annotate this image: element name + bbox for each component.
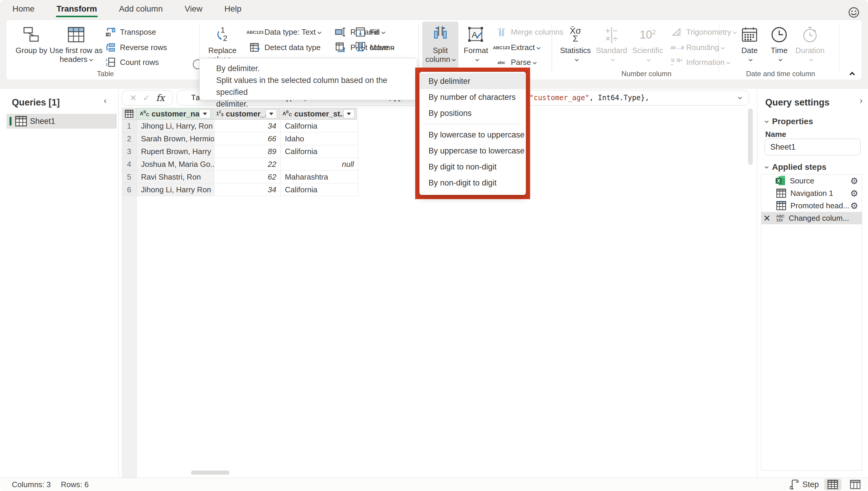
- duration-button[interactable]: Duration: [794, 22, 827, 70]
- rounding-button[interactable]: .00→.0 Rounding: [671, 41, 724, 54]
- properties-section-header[interactable]: Properties: [765, 117, 813, 126]
- cell-customer-name[interactable]: Jihong Li, Harry, Ron: [137, 120, 214, 133]
- menu-item-by-delimiter[interactable]: By delimiter: [420, 73, 526, 89]
- merge-columns-button[interactable]: Merge columns: [495, 26, 564, 38]
- menu-item-by-lowercase-to-uppercase[interactable]: By lowercase to uppercase: [420, 127, 526, 143]
- table-view-button[interactable]: [824, 479, 841, 490]
- detect-data-type-button[interactable]: ? Detect data type: [249, 41, 320, 54]
- format-button[interactable]: A Format: [461, 22, 491, 70]
- feedback-smiley-icon[interactable]: [848, 6, 860, 18]
- group-by-button[interactable]: Group by: [15, 22, 48, 70]
- cell-customer-age[interactable]: 66: [214, 133, 281, 145]
- standard-label: Standard: [596, 46, 627, 55]
- replace-values-label-1: Replace: [208, 46, 236, 55]
- statistics-button[interactable]: X̄σΣ Statistics: [558, 22, 593, 70]
- horizontal-scrollbar[interactable]: [191, 470, 229, 475]
- select-all-corner-button[interactable]: [122, 108, 137, 120]
- menu-view[interactable]: View: [184, 1, 203, 18]
- cell-customer-name[interactable]: Joshua M, Maria Go...: [137, 158, 214, 171]
- cell-customer-age[interactable]: 34: [214, 183, 281, 196]
- gear-icon[interactable]: ⚙: [850, 188, 858, 199]
- menu-item-by-number-of-characters[interactable]: By number of characters: [420, 89, 526, 105]
- information-icon: 1|−3|+: [671, 58, 683, 67]
- cell-customer-state[interactable]: Idaho: [281, 133, 358, 145]
- cell-customer-name[interactable]: Jihong Li, Harry Ron: [137, 183, 214, 196]
- query-name-input[interactable]: [765, 139, 861, 155]
- standard-button[interactable]: +|−×|÷ Standard: [594, 22, 629, 70]
- menu-help[interactable]: Help: [224, 1, 242, 18]
- cell-customer-name[interactable]: Rupert Brown, Harry: [137, 145, 214, 158]
- gear-icon[interactable]: ⚙: [850, 176, 858, 186]
- confirm-formula-icon[interactable]: ✓: [143, 93, 150, 103]
- cell-customer-state[interactable]: California: [281, 183, 358, 196]
- cell-customer-state[interactable]: California: [281, 145, 358, 158]
- row-number[interactable]: 5: [122, 171, 137, 183]
- scientific-button[interactable]: 102 Scientific: [630, 22, 665, 70]
- merge-columns-icon: [495, 27, 507, 37]
- expand-formula-button[interactable]: [736, 96, 741, 101]
- extract-button[interactable]: ABC123 Extract: [495, 41, 540, 54]
- time-button[interactable]: Time: [766, 22, 792, 70]
- gear-icon[interactable]: ⚙: [850, 201, 858, 211]
- applied-step-promoted-headers[interactable]: Promoted head... ⚙: [762, 199, 862, 212]
- date-button[interactable]: Date: [735, 22, 764, 70]
- replace-values-button[interactable]: [161, 22, 196, 70]
- chevron-down-icon: [611, 57, 615, 61]
- cell-customer-age[interactable]: 62: [214, 171, 281, 183]
- table-row[interactable]: 3 Rupert Brown, Harry 89 California: [122, 145, 358, 158]
- applied-step-source[interactable]: X Source ⚙: [762, 175, 862, 187]
- data-type-button[interactable]: ABC123 Data type: Text: [249, 26, 321, 38]
- cell-customer-state[interactable]: California: [281, 120, 358, 133]
- table-row[interactable]: 5 Ravi Shastri, Ron 62 Maharashtra: [122, 171, 358, 183]
- information-button[interactable]: 1|−3|+ Information: [671, 56, 730, 69]
- collapse-queries-button[interactable]: [102, 99, 107, 105]
- delete-step-icon[interactable]: ✕: [763, 213, 771, 224]
- schema-view-button[interactable]: [847, 479, 864, 490]
- table-row[interactable]: 1 Jihong Li, Harry, Ron 34 California: [122, 120, 358, 133]
- cell-customer-name[interactable]: Ravi Shastri, Ron: [137, 171, 214, 183]
- cell-customer-age[interactable]: 34: [214, 120, 281, 133]
- collapse-ribbon-button[interactable]: [848, 73, 854, 79]
- menu-item-by-positions[interactable]: By positions: [420, 105, 526, 121]
- reverse-rows-button[interactable]: Reverse rows: [104, 41, 167, 54]
- parse-button[interactable]: abc Parse: [495, 56, 536, 69]
- cancel-formula-icon[interactable]: ✕: [130, 93, 136, 103]
- menu-item-by-digit-to-non-digit[interactable]: By digit to non-digit: [420, 159, 526, 175]
- filter-button[interactable]: [266, 109, 277, 118]
- count-rows-button[interactable]: 12 Count rows: [104, 56, 159, 69]
- trigonometry-button[interactable]: Trigonometry: [671, 26, 736, 38]
- vertical-scrollbar[interactable]: [748, 109, 753, 165]
- menu-add-column[interactable]: Add column: [119, 1, 163, 18]
- filter-button[interactable]: [343, 109, 354, 118]
- applied-step-navigation[interactable]: Navigation 1 ⚙: [762, 187, 862, 199]
- cell-customer-state-null[interactable]: null: [281, 158, 358, 171]
- split-column-button[interactable]: Split column: [422, 22, 459, 69]
- menu-item-by-non-digit-to-digit[interactable]: By non-digit to digit: [420, 175, 526, 191]
- row-number[interactable]: 4: [122, 158, 137, 171]
- row-number[interactable]: 1: [122, 120, 137, 133]
- row-number[interactable]: 3: [122, 145, 137, 158]
- applied-steps-section-header[interactable]: Applied steps: [765, 163, 827, 172]
- expand-query-settings-button[interactable]: [857, 99, 862, 105]
- cell-customer-name[interactable]: Sarah Brown, Hermio...: [137, 133, 214, 145]
- transpose-button[interactable]: Transpose: [104, 26, 156, 38]
- table-row[interactable]: 4 Joshua M, Maria Go... 22 null: [122, 158, 358, 171]
- query-list-item-sheet1[interactable]: Sheet1: [6, 114, 117, 128]
- fill-button[interactable]: Fill: [354, 26, 385, 38]
- row-number[interactable]: 6: [122, 183, 137, 196]
- row-number[interactable]: 2: [122, 133, 137, 145]
- use-first-row-as-headers-button[interactable]: Use first row as headers: [48, 22, 104, 70]
- cell-customer-state[interactable]: Maharashtra: [281, 171, 358, 183]
- step-indicator[interactable]: Step: [790, 480, 819, 490]
- move-button[interactable]: Move: [354, 41, 394, 54]
- table-row[interactable]: 2 Sarah Brown, Hermio... 66 Idaho: [122, 133, 358, 145]
- cell-customer-age[interactable]: 22: [214, 158, 281, 171]
- applied-step-changed-column-type[interactable]: ✕ ABC123 Changed colum...: [762, 212, 862, 224]
- filter-button[interactable]: [199, 109, 211, 118]
- cell-customer-age[interactable]: 89: [214, 145, 281, 158]
- menu-transform[interactable]: Transform: [56, 1, 98, 18]
- table-row[interactable]: 6 Jihong Li, Harry Ron 34 California: [122, 183, 358, 196]
- column-header-customer-name[interactable]: ABC customer_na...: [137, 108, 213, 120]
- menu-home[interactable]: Home: [12, 1, 35, 18]
- menu-item-by-uppercase-to-lowercase[interactable]: By uppercase to lowercase: [420, 143, 526, 159]
